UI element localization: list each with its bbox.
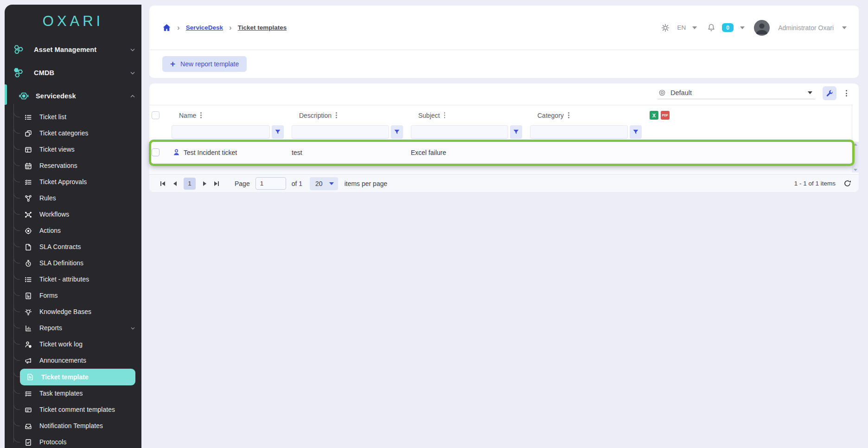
sidebar-item-reservations[interactable]: Reservations — [5, 158, 141, 174]
refresh-button[interactable] — [843, 179, 851, 187]
next-page-button[interactable] — [198, 178, 211, 190]
page-1-button[interactable]: 1 — [184, 178, 196, 190]
protocol-icon — [24, 438, 32, 446]
name-filter-button[interactable] — [272, 125, 284, 139]
sidebar-item-label: SLA Definitions — [39, 260, 137, 267]
sidebar-item-servicedesk[interactable]: Servicedesk — [5, 84, 141, 108]
pagination-bar: 1 Page of 1 20 items per page 1 - 1 of 1… — [149, 174, 859, 192]
sidebar-item-workflows[interactable]: Workflows — [5, 206, 141, 223]
column-menu-kebab-icon[interactable] — [200, 112, 202, 118]
breadcrumb-current: Ticket templates — [238, 24, 287, 31]
sidebar-item-label: Ticket Approvals — [39, 179, 137, 186]
sidebar-item-ticket-list[interactable]: Ticket list — [5, 109, 141, 125]
view-selector-dropdown[interactable]: Default — [657, 86, 815, 99]
sidebar-item-ticket-approvals[interactable]: Ticket Approvals — [5, 174, 141, 190]
page-size-select[interactable]: 20 — [310, 177, 338, 190]
sidebar-item-ticket-attributes[interactable]: Ticket - attributes — [5, 271, 141, 288]
new-report-template-label: New report template — [180, 60, 239, 68]
grid-settings-wrench-button[interactable] — [823, 86, 836, 100]
inbox-icon — [24, 422, 32, 430]
notification-badge[interactable]: 0 — [722, 23, 734, 32]
sidebar-item-task-templates[interactable]: Task templates — [5, 385, 141, 402]
sidebar-item-label: Ticket - attributes — [39, 276, 137, 283]
sidebar-item-reports[interactable]: Reports — [5, 320, 141, 336]
excel-export-icon[interactable]: X — [650, 111, 658, 120]
plus-icon: + — [170, 59, 175, 68]
row-checkbox[interactable] — [152, 148, 160, 156]
scroll-up-icon[interactable] — [854, 143, 857, 146]
refresh-icon — [843, 179, 851, 187]
table-row[interactable]: Test Incident ticket test Excel failure — [149, 142, 859, 163]
cell-subject: Excel failure — [411, 149, 446, 156]
sidebar-item-cmdb[interactable]: CMDB — [5, 61, 141, 84]
grid-vertical-scrollbar[interactable] — [852, 142, 859, 173]
sidebar-item-ticket-views[interactable]: Ticket views — [5, 141, 141, 158]
comment-card-icon — [24, 406, 32, 414]
column-header-category: Category — [537, 112, 564, 119]
page-number-input[interactable] — [255, 177, 286, 190]
last-page-button[interactable] — [211, 178, 223, 190]
copy-icon — [24, 129, 32, 137]
sidebar-item-label: Reservations — [39, 162, 137, 169]
column-menu-kebab-icon[interactable] — [444, 112, 446, 118]
bell-icon[interactable] — [707, 23, 715, 32]
sidebar-item-knowledge-bases[interactable]: Knowledge Bases — [5, 304, 141, 320]
grid-menu-kebab-button[interactable] — [840, 86, 852, 100]
sidebar-item-sla-definitions[interactable]: SLA Definitions — [5, 255, 141, 271]
page-label: Page — [235, 180, 250, 187]
select-all-checkbox[interactable] — [152, 111, 160, 119]
category-filter-button[interactable] — [630, 125, 642, 139]
user-menu-caret-icon[interactable] — [842, 26, 847, 29]
breadcrumb-link-servicedesk[interactable]: ServiceDesk — [186, 24, 223, 31]
person-clock-icon — [24, 340, 32, 348]
sidebar-item-label: Protocols — [39, 439, 137, 446]
category-filter-input[interactable] — [530, 125, 628, 139]
sidebar-item-ticket-categories[interactable]: Ticket categories — [5, 125, 141, 141]
notification-caret-icon[interactable] — [740, 26, 745, 29]
calendar-icon — [24, 162, 32, 170]
cmdb-icon — [13, 67, 24, 79]
subject-filter-input[interactable] — [411, 125, 508, 139]
chevron-down-icon — [131, 327, 135, 330]
description-filter-button[interactable] — [391, 125, 403, 139]
column-menu-kebab-icon[interactable] — [336, 112, 337, 118]
description-filter-input[interactable] — [292, 125, 389, 139]
sidebar-item-label: Task templates — [39, 390, 137, 397]
pdf-export-icon[interactable]: PDF — [661, 111, 670, 120]
home-icon[interactable] — [162, 24, 171, 32]
scroll-down-icon[interactable] — [854, 169, 857, 171]
sidebar-item-asset-management[interactable]: Asset Management — [5, 38, 141, 61]
sidebar-item-protocols[interactable]: Protocols — [5, 434, 141, 448]
empty-row-filler — [149, 163, 859, 174]
list-check-icon — [24, 178, 32, 186]
column-menu-kebab-icon[interactable] — [568, 112, 569, 118]
new-report-template-button[interactable]: + New report template — [162, 56, 247, 72]
sidebar-item-ticket-template[interactable]: Ticket template — [20, 369, 135, 385]
sidebar-item-notification-templates[interactable]: Notification Templates — [5, 418, 141, 434]
sidebar-item-ticket-comment-templates[interactable]: Ticket comment templates — [5, 402, 141, 418]
previous-page-button[interactable] — [169, 178, 181, 190]
chart-icon — [24, 324, 32, 332]
sidebar-item-ticket-work-log[interactable]: Ticket work log — [5, 336, 141, 352]
asset-management-icon — [13, 44, 24, 56]
sidebar-item-announcements[interactable]: Announcements — [5, 352, 141, 369]
first-page-button[interactable] — [157, 178, 169, 190]
list-icon — [24, 113, 32, 121]
language-caret-icon[interactable] — [692, 26, 697, 29]
avatar[interactable] — [754, 20, 770, 36]
sidebar-item-actions[interactable]: Actions — [5, 223, 141, 239]
funnel-icon — [513, 129, 519, 135]
sidebar-item-rules[interactable]: Rules — [5, 190, 141, 206]
language-label: EN — [677, 24, 686, 31]
subject-filter-button[interactable] — [510, 125, 522, 139]
sidebar-item-forms[interactable]: Forms — [5, 288, 141, 304]
name-filter-input[interactable] — [172, 125, 270, 139]
column-header-subject: Subject — [418, 112, 440, 119]
breadcrumb-separator: › — [229, 24, 232, 32]
sidebar-item-label: Asset Management — [34, 46, 130, 53]
view-icon — [658, 89, 666, 96]
gear-icon[interactable] — [661, 24, 670, 32]
sidebar-item-sla-contracts[interactable]: SLA Contracts — [5, 239, 141, 255]
sidebar-item-label: Rules — [39, 195, 137, 202]
funnel-icon — [274, 129, 281, 135]
